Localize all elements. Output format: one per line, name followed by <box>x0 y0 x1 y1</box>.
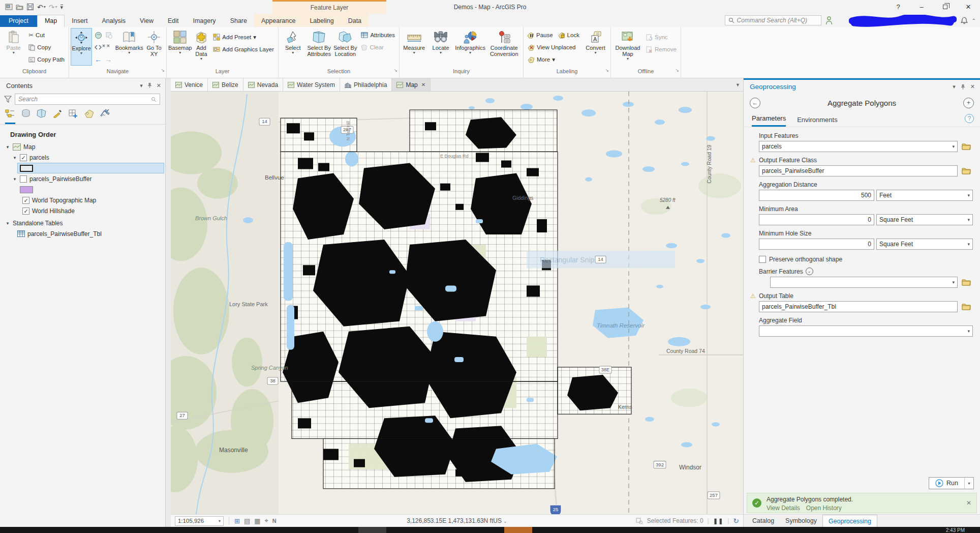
clear-selection-button[interactable]: Clear <box>358 41 397 53</box>
layer-visibility-icon[interactable]: ▤ <box>244 517 250 525</box>
view-details-link[interactable]: View Details <box>767 505 800 512</box>
expander-icon[interactable]: ▾ <box>12 176 17 182</box>
barrier-features-combobox[interactable]: ▾ <box>770 277 958 288</box>
tree-item-parcels-pairwisebuffer[interactable]: ▾ parcels_PairwiseBuffer <box>0 173 165 184</box>
tree-item-world-topographic[interactable]: ✓ World Topographic Map <box>0 195 165 205</box>
dock-tab-symbology[interactable]: Symbology <box>780 515 822 527</box>
redo-button[interactable]: ↷▾ <box>49 3 57 11</box>
world-hillshade-checkbox[interactable]: ✓ <box>22 208 29 215</box>
full-extent-icon[interactable] <box>95 32 102 39</box>
tree-item-buffer-table[interactable]: parcels_PairwiseBuffer_Tbl <box>0 228 165 239</box>
view-tab-belize[interactable]: Belize <box>208 78 243 91</box>
download-map-button[interactable]: Download Map ▾ <box>612 28 643 66</box>
minimum-area-unit-combobox[interactable]: Square Feet▾ <box>876 214 973 225</box>
copy-path-button[interactable]: w:\Copy Path <box>26 53 67 66</box>
taskbar-app-block[interactable] <box>358 527 386 533</box>
minimum-hole-size-input[interactable]: 0 <box>759 239 874 250</box>
attributes-button[interactable]: Attributes <box>358 29 397 41</box>
labeling-pause-button[interactable]: Pause <box>527 29 553 41</box>
contents-pin-icon[interactable] <box>147 82 152 88</box>
new-project-icon[interactable] <box>5 3 13 11</box>
tab-project[interactable]: Project <box>0 15 37 27</box>
buffer-symbol-row[interactable] <box>0 184 165 195</box>
list-by-labeling-icon[interactable] <box>84 109 94 124</box>
tab-insert[interactable]: Insert <box>65 15 95 27</box>
view-tab-venice[interactable]: Venice <box>171 78 208 91</box>
parcels-symbol-row-selected[interactable] <box>17 163 164 173</box>
output-table-input[interactable]: parcels_PairwiseBuffer_Tbl <box>759 301 958 312</box>
tab-imagery[interactable]: Imagery <box>186 15 223 27</box>
tab-appearance[interactable]: Appearance <box>254 15 302 27</box>
crosshair-icon[interactable]: ⌖ <box>265 517 268 525</box>
add-data-button[interactable]: Add Data ▾ <box>192 28 210 66</box>
tab-labeling[interactable]: Labeling <box>302 15 341 27</box>
add-to-model-button[interactable]: + <box>963 98 974 108</box>
select-by-attributes-button[interactable]: Select By Attributes <box>306 28 331 66</box>
save-project-icon[interactable] <box>26 3 34 11</box>
tree-item-parcels[interactable]: ▾ ✓ parcels <box>0 152 165 163</box>
zoom-extents-arrows-icon[interactable] <box>95 44 110 51</box>
copy-button[interactable]: Copy <box>26 41 67 53</box>
tab-environments[interactable]: Environments <box>797 116 837 127</box>
offline-dialog-launcher[interactable]: ↘ <box>675 68 679 73</box>
paste-button[interactable]: Paste ▾ <box>2 28 25 66</box>
run-options-caret[interactable]: ▾ <box>964 478 973 489</box>
back-button[interactable]: ← <box>750 98 760 108</box>
parcels-symbol-swatch[interactable] <box>20 165 33 172</box>
signed-in-user-icon[interactable] <box>825 16 833 25</box>
filter-funnel-icon[interactable] <box>4 96 12 103</box>
open-history-link[interactable]: Open History <box>806 505 842 512</box>
gp-pin-icon[interactable] <box>961 84 965 90</box>
grid-toggle-icon[interactable]: ▦ <box>254 517 260 525</box>
undo-button[interactable]: ↶▾ <box>37 3 46 11</box>
navigate-dialog-launcher[interactable]: ↘ <box>161 68 165 73</box>
cut-button[interactable]: ✂Cut <box>26 29 67 41</box>
view-tab-philadelphia[interactable]: Philadelphia <box>340 78 392 91</box>
panel-splitter[interactable] <box>166 78 171 527</box>
barrier-features-expand-icon[interactable]: ⌄ <box>806 268 813 275</box>
tab-parameters[interactable]: Parameters <box>752 114 786 127</box>
command-search-input[interactable]: Command Search (Alt+Q) <box>725 15 821 25</box>
input-features-browse-button[interactable] <box>960 141 973 152</box>
tab-data[interactable]: Data <box>341 15 369 27</box>
list-by-drawing-order-icon[interactable] <box>5 109 15 124</box>
selection-dialog-launcher[interactable]: ↘ <box>393 68 397 73</box>
remove-button[interactable]: Remove <box>644 43 679 55</box>
windows-taskbar[interactable]: 2:43 PM <box>0 527 980 533</box>
add-preset-button[interactable]: Add Preset▾ <box>210 31 277 43</box>
tree-item-world-hillshade[interactable]: ✓ World Hillshade <box>0 205 165 216</box>
aggregate-field-combobox[interactable]: ▾ <box>759 325 973 337</box>
locate-button[interactable]: Locate ▾ <box>427 28 453 66</box>
explore-button[interactable]: Explore ▾ <box>71 28 92 66</box>
expander-icon[interactable]: ▾ <box>5 221 10 226</box>
map-canvas[interactable]: Rectangular Snip 14 287 14 38E 38 27 392… <box>171 92 743 514</box>
tab-map[interactable]: Map <box>37 15 65 27</box>
output-feature-class-browse-button[interactable] <box>960 165 973 176</box>
minimum-area-input[interactable]: 0 <box>759 214 874 225</box>
tree-item-map[interactable]: ▾ Map <box>0 141 165 152</box>
tab-share[interactable]: Share <box>223 15 254 27</box>
run-button[interactable]: Run ▾ <box>929 477 974 489</box>
list-by-editing-icon[interactable] <box>52 109 63 124</box>
list-by-data-source-icon[interactable] <box>21 109 31 124</box>
snapping-toggle-icon[interactable]: ⊞ <box>234 517 240 525</box>
list-by-charts-icon[interactable] <box>100 109 110 124</box>
barrier-features-browse-button[interactable] <box>960 277 973 288</box>
minimize-button[interactable]: – <box>910 0 933 14</box>
view-tab-nevada[interactable]: Nevada <box>243 78 283 91</box>
tab-edit[interactable]: Edit <box>161 15 186 27</box>
output-feature-class-input[interactable]: parcels_PairwiseBuffer <box>759 165 958 176</box>
labeling-dialog-launcher[interactable]: ↘ <box>605 68 609 73</box>
output-table-browse-button[interactable] <box>960 301 973 312</box>
taskbar-highlighted-app[interactable] <box>504 527 532 533</box>
list-by-selection-icon[interactable] <box>37 109 47 124</box>
parcels-checkbox[interactable]: ✓ <box>20 154 27 161</box>
view-tab-water-system[interactable]: Water System <box>283 78 340 91</box>
tab-overflow-chevron[interactable]: ▼ <box>736 82 740 87</box>
help-button[interactable]: ? <box>886 0 910 14</box>
labeling-more-button[interactable]: More▾ <box>525 53 581 66</box>
close-tab-icon[interactable]: ✕ <box>421 82 425 87</box>
north-arrow-icon[interactable]: N <box>272 518 277 524</box>
collapse-ribbon-chevron[interactable]: ⌃ <box>972 18 976 23</box>
dock-tab-geoprocessing[interactable]: Geoprocessing <box>822 515 877 527</box>
